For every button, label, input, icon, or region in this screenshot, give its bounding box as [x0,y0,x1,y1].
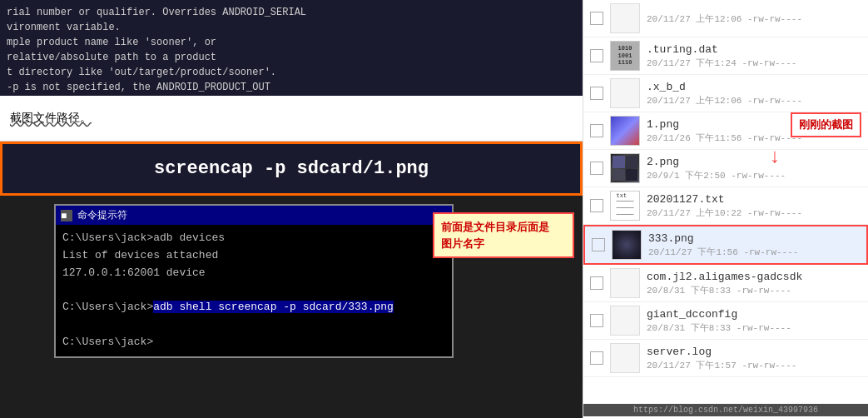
file-thumb-generic [610,343,640,373]
cmd-titlebar: ■ 命令提示符 [56,206,452,225]
cmd-window-title: 命令提示符 [77,208,127,222]
file-info: 333.png 20/11/27 下午1:56 -rw-rw---- [648,232,860,258]
file-checkbox[interactable] [590,49,603,62]
file-thumb-turing: 101010011110 [610,41,640,71]
file-item-333png[interactable]: 333.png 20/11/27 下午1:56 -rw-rw---- [583,225,868,265]
file-name: server.log [647,346,861,358]
file-meta: 20/11/27 上午10:22 -rw-rw---- [647,207,861,219]
file-checkbox[interactable] [590,276,603,290]
file-meta: 20/9/1 下午2:50 -rw-rw---- [647,169,861,182]
command-section: screencap -p sdcard/1.png [0,142,583,196]
terminal-line-4: relative/absolute path to a product [7,50,576,65]
top-terminal: rial number or qualifier. Overrides ANDR… [0,0,583,96]
file-thumb-333 [612,230,642,260]
command-text: screencap -p sdcard/1.png [154,158,429,179]
dir-label-text: 截图文件路径。 [10,111,92,126]
cmd-body: C:\Users\jack>adb devices List of device… [56,225,452,356]
file-thumb-generic [610,78,640,108]
file-info: 20201127.txt 20/11/27 上午10:22 -rw-rw---- [647,193,861,219]
cmd-line-3: 127.0.0.1:62001 device [62,265,445,282]
cmd-window: ■ 命令提示符 C:\Users\jack>adb devices List o… [54,204,454,358]
cmd-line-2: List of devices attached [62,247,445,265]
file-name: 20201127.txt [647,193,861,206]
terminal-line-1: rial number or qualifier. Overrides ANDR… [7,5,576,20]
file-info: 2.png 20/9/1 下午2:50 -rw-rw---- [647,156,861,182]
file-checkbox[interactable] [590,87,603,100]
file-checkbox[interactable] [590,199,603,212]
mini-sq [626,156,638,168]
file-name: com.jl2.aligames-gadcsdk [647,271,861,283]
cmd-line-6 [62,316,445,334]
file-thumb-txt: txt─────────────── [610,191,640,221]
file-item[interactable]: com.jl2.aligames-gadcsdk 20/8/31 下午8:33 … [583,265,868,302]
terminal-line-5: t directory like 'out/target/product/soo… [7,65,576,80]
file-name: 2.png [647,156,861,168]
file-name: .turing.dat [647,43,861,56]
file-meta: 20/11/27 下午1:56 -rw-rw---- [648,246,860,258]
file-info: .turing.dat 20/11/27 下午1:24 -rw-rw---- [647,43,861,69]
terminal-line-2: vironment variable. [7,20,576,35]
file-item-2png[interactable]: 2.png 20/9/1 下午2:50 -rw-rw---- [583,150,868,187]
file-name: 333.png [648,232,860,245]
file-info: .x_b_d 20/11/27 上午12:06 -rw-rw---- [647,81,861,107]
dir-label-section: 截图文件路径。 [0,96,583,142]
watermark: https://blog.csdn.net/weixin_43997936 [583,404,868,416]
file-checkbox[interactable] [590,314,603,327]
file-checkbox[interactable] [590,351,603,365]
file-item-txt[interactable]: txt─────────────── 20201127.txt 20/11/27… [583,187,868,225]
file-thumb-generic [610,306,640,336]
annotation-box: 前面是文件目录后面是图片名字 [433,212,574,258]
file-meta: 20/11/27 下午1:24 -rw-rw---- [647,57,861,69]
cmd-line-5: C:\Users\jack>adb shell screencap -p sdc… [62,299,445,316]
file-checkbox[interactable] [592,238,605,251]
file-name: .x_b_d [647,81,861,93]
file-meta: 20/11/27 下午1:57 -rw-rw---- [647,359,861,371]
file-thumb-png2 [610,153,640,183]
file-checkbox[interactable] [590,124,603,137]
screenshot-annotation: 刚刚的截图 [791,112,861,137]
file-info: server.log 20/11/27 下午1:57 -rw-rw---- [647,346,861,371]
file-checkbox[interactable] [590,12,603,25]
terminal-line-3: mple product name like 'sooner', or [7,35,576,50]
file-meta: 20/8/31 下午8:33 -rw-rw---- [647,321,861,334]
left-panel: rial number or qualifier. Overrides ANDR… [0,0,583,418]
mini-sq [626,169,638,182]
file-thumb-generic [610,268,640,298]
file-meta: 20/8/31 下午8:33 -rw-rw---- [647,284,861,296]
file-thumb-generic [610,3,640,33]
file-item[interactable]: server.log 20/11/27 下午1:57 -rw-rw---- [583,340,868,377]
cmd-line-4 [62,281,445,299]
file-name: giant_dcconfig [647,308,861,321]
file-item[interactable]: .x_b_d 20/11/27 上午12:06 -rw-rw---- [583,75,868,112]
file-item[interactable]: giant_dcconfig 20/8/31 下午8:33 -rw-rw---- [583,302,868,340]
arrow-down-icon: ↓ [769,146,781,168]
file-info: com.jl2.aligames-gadcsdk 20/8/31 下午8:33 … [647,271,861,296]
file-info: giant_dcconfig 20/8/31 下午8:33 -rw-rw---- [647,308,861,334]
terminal-line-6: -p is not specified, the ANDROID_PRODUCT… [7,80,576,95]
file-checkbox[interactable] [590,162,603,175]
file-meta: 20/11/27 上午12:06 -rw-rw---- [647,12,861,25]
cmd-line-1: C:\Users\jack>adb devices [62,230,445,247]
cmd-line-7: C:\Users\jack> [62,334,445,351]
file-info: 20/11/27 上午12:06 -rw-rw---- [647,12,861,25]
annotation-text: 前面是文件目录后面是图片名字 [441,221,549,250]
mini-sq [613,156,625,168]
cmd-window-icon: ■ [61,210,72,221]
file-thumb-png1 [610,116,640,146]
file-item[interactable]: 20/11/27 上午12:06 -rw-rw---- [583,0,868,37]
mini-sq [613,169,625,182]
file-item[interactable]: 101010011110 .turing.dat 20/11/27 下午1:24… [583,37,868,75]
right-panel[interactable]: 刚刚的截图 ↓ 20/11/27 上午12:06 -rw-rw---- 1010… [583,0,868,418]
highlight-command: adb shell screencap -p sdcard/333.png [153,301,394,313]
file-meta: 20/11/27 上午12:06 -rw-rw---- [647,94,861,107]
